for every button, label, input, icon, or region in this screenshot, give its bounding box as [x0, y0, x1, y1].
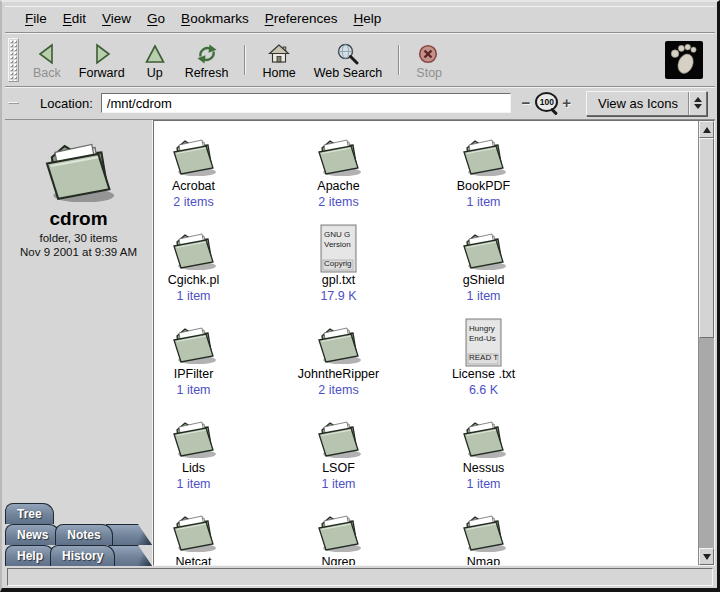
toolbar-button-back[interactable]: Back: [24, 36, 70, 84]
up-icon: [143, 42, 167, 66]
sidebar: cdrom folder, 30 items Nov 9 2001 at 9:3…: [5, 120, 153, 566]
file-item[interactable]: GNU GVersionCopyrig gpl.txt17.9 K: [266, 230, 411, 324]
menu-item-edit[interactable]: Edit: [55, 9, 94, 28]
content-area: Acrobat2 items Apache2 items BookPDF1 it…: [153, 120, 715, 566]
menu-item-view[interactable]: View: [94, 9, 139, 28]
toolbar-button-web-search[interactable]: Web Search: [305, 36, 392, 84]
svg-text:Version: Version: [324, 240, 351, 249]
arrow-down-icon: [703, 554, 711, 560]
sidebar-folder-icon: [5, 138, 152, 202]
toolbar-separator: [398, 45, 400, 75]
file-icon-grid: Acrobat2 items Apache2 items BookPDF1 it…: [153, 121, 556, 565]
toolbar-button-refresh[interactable]: Refresh: [176, 36, 238, 84]
file-item[interactable]: Lids1 item: [153, 418, 266, 512]
zoom-out-button[interactable]: −: [521, 96, 532, 110]
file-item[interactable]: Acrobat2 items: [153, 136, 266, 230]
sidebar-tabs: TreeNewsNotesHelpHistory: [5, 503, 152, 566]
location-bar: Location: − 100 + View as Icons: [5, 87, 715, 120]
file-item-count: 1 item: [176, 477, 210, 491]
file-item[interactable]: Apache2 items: [266, 136, 411, 230]
file-name: IPFilter: [174, 367, 214, 381]
file-name: Lids: [182, 461, 205, 475]
menu-item-help[interactable]: Help: [345, 9, 389, 28]
scrollbar-trough[interactable]: [699, 338, 714, 548]
file-item[interactable]: Netcat: [153, 512, 266, 566]
menu-bar: FileEditViewGoBookmarksPreferencesHelp: [5, 6, 715, 33]
menu-item-go[interactable]: Go: [139, 9, 173, 28]
file-name: Ngrep: [321, 555, 355, 566]
sidebar-tab-notes[interactable]: Notes: [55, 524, 112, 545]
file-item[interactable]: BookPDF1 item: [411, 136, 556, 230]
zoom-level-indicator[interactable]: 100: [535, 92, 557, 114]
file-item-count: 2 items: [318, 383, 358, 397]
file-name: Cgichk.pl: [168, 273, 219, 287]
toolbar-button-up[interactable]: Up: [134, 36, 176, 84]
file-item-count: 17.9 K: [320, 289, 356, 303]
file-item[interactable]: IPFilter1 item: [153, 324, 266, 418]
scrollbar-thumb[interactable]: [699, 138, 714, 338]
menu-item-bookmarks[interactable]: Bookmarks: [173, 9, 257, 28]
svg-text:End-Us: End-Us: [469, 334, 496, 343]
file-item[interactable]: gShield1 item: [411, 230, 556, 324]
sidebar-tab-row: Tree: [5, 503, 152, 524]
file-item[interactable]: LSOF1 item: [266, 418, 411, 512]
back-icon: [35, 42, 59, 66]
sidebar-tab-history[interactable]: History: [50, 545, 115, 566]
zoom-control: − 100 +: [521, 92, 573, 114]
folder-icon: [313, 324, 365, 364]
menu-item-preferences[interactable]: Preferences: [257, 9, 346, 28]
sidebar-folder-info: folder, 30 items: [5, 232, 152, 244]
file-name: gpl.txt: [322, 273, 355, 287]
file-name: JohntheRipper: [298, 367, 379, 381]
file-name: LSOF: [322, 461, 355, 475]
sidebar-tab-news[interactable]: News: [5, 524, 60, 545]
sidebar-folder-date: Nov 9 2001 at 9:39 AM: [5, 246, 152, 258]
file-name: Nessus: [463, 461, 505, 475]
main-area: cdrom folder, 30 items Nov 9 2001 at 9:3…: [5, 120, 715, 566]
svg-text:Hungry: Hungry: [469, 324, 495, 333]
file-name: gShield: [463, 273, 505, 287]
toolbar: BackForwardUp Refresh Home Web Search St…: [5, 33, 715, 87]
location-bar-drag-handle[interactable]: [8, 102, 19, 104]
toolbar-button-label: Forward: [79, 66, 125, 80]
view-mode-dropdown[interactable]: View as Icons: [586, 91, 707, 116]
location-input[interactable]: [101, 93, 511, 113]
svg-text:GNU G: GNU G: [324, 230, 350, 239]
toolbar-button-stop[interactable]: Stop: [407, 36, 451, 84]
magnifier-handle-icon: [550, 108, 558, 116]
zoom-in-button[interactable]: +: [561, 96, 572, 110]
sidebar-tab-tree[interactable]: Tree: [5, 503, 54, 524]
file-name: License .txt: [452, 367, 515, 381]
location-label: Location:: [40, 96, 93, 111]
file-item[interactable]: JohntheRipper2 items: [266, 324, 411, 418]
folder-icon: [168, 324, 220, 364]
sidebar-title: cdrom: [5, 208, 152, 230]
svg-text:Copyrig: Copyrig: [324, 259, 352, 268]
folder-icon: [168, 230, 220, 270]
file-item[interactable]: Nessus1 item: [411, 418, 556, 512]
status-bar: [5, 566, 715, 588]
file-item-count: 1 item: [466, 289, 500, 303]
zoom-level-value: 100: [540, 97, 554, 107]
forward-icon: [90, 42, 114, 66]
toolbar-button-label: Refresh: [185, 66, 229, 80]
menu-item-file[interactable]: File: [17, 9, 55, 28]
sidebar-tab-help[interactable]: Help: [5, 545, 55, 566]
scroll-up-button[interactable]: [699, 121, 714, 138]
folder-icon: [458, 418, 510, 458]
toolbar-button-forward[interactable]: Forward: [70, 36, 134, 84]
folder-icon: [313, 418, 365, 458]
file-item[interactable]: HungryEnd-UsREAD T License .txt6.6 K: [411, 324, 556, 418]
svg-text:READ T: READ T: [469, 353, 498, 362]
scroll-down-button[interactable]: [699, 548, 714, 565]
file-item[interactable]: Ngrep: [266, 512, 411, 566]
folder-icon: [168, 512, 220, 552]
file-item[interactable]: Nmap: [411, 512, 556, 566]
file-name: Nmap: [467, 555, 500, 566]
file-item-count: 1 item: [321, 477, 355, 491]
toolbar-buttons: BackForwardUp Refresh Home Web Search St…: [24, 36, 451, 84]
toolbar-drag-handle[interactable]: [8, 38, 19, 82]
file-item[interactable]: Cgichk.pl1 item: [153, 230, 266, 324]
toolbar-button-home[interactable]: Home: [253, 36, 304, 84]
home-icon: [267, 42, 291, 66]
